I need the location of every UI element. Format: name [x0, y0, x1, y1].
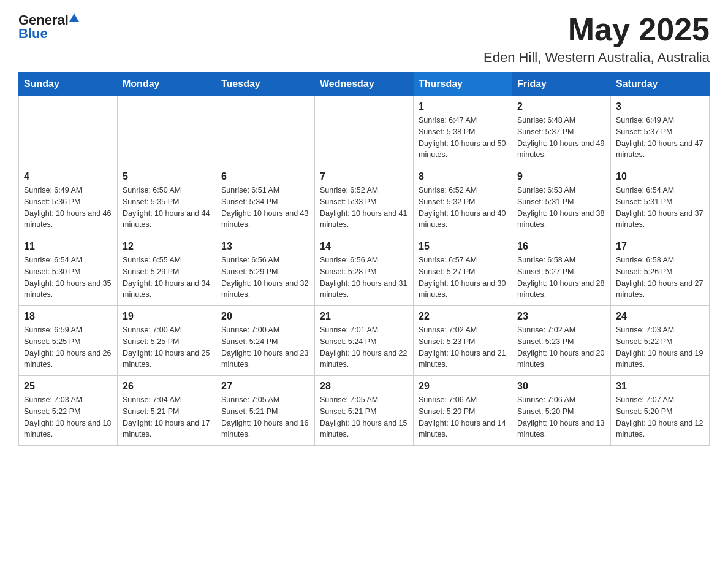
calendar-day-20: 20Sunrise: 7:00 AMSunset: 5:24 PMDayligh… — [216, 306, 315, 376]
day-info: Sunrise: 6:49 AMSunset: 5:36 PMDaylight:… — [24, 185, 112, 231]
calendar-day-30: 30Sunrise: 7:06 AMSunset: 5:20 PMDayligh… — [512, 376, 611, 446]
calendar-day-31: 31Sunrise: 7:07 AMSunset: 5:20 PMDayligh… — [611, 376, 710, 446]
day-number: 20 — [221, 311, 309, 322]
calendar-table: SundayMondayTuesdayWednesdayThursdayFrid… — [18, 72, 710, 446]
calendar-day-17: 17Sunrise: 6:58 AMSunset: 5:26 PMDayligh… — [611, 236, 710, 306]
day-number: 21 — [320, 311, 408, 322]
calendar-day-9: 9Sunrise: 6:53 AMSunset: 5:31 PMDaylight… — [512, 166, 611, 236]
day-info: Sunrise: 7:01 AMSunset: 5:24 PMDaylight:… — [320, 324, 408, 370]
day-number: 1 — [419, 101, 507, 112]
calendar-day-27: 27Sunrise: 7:05 AMSunset: 5:21 PMDayligh… — [216, 376, 315, 446]
calendar-header-saturday: Saturday — [611, 72, 710, 96]
calendar-week-row: 1Sunrise: 6:47 AMSunset: 5:38 PMDaylight… — [19, 96, 710, 166]
day-info: Sunrise: 6:54 AMSunset: 5:31 PMDaylight:… — [616, 185, 704, 231]
day-number: 27 — [221, 381, 309, 392]
day-info: Sunrise: 6:48 AMSunset: 5:37 PMDaylight:… — [517, 115, 605, 161]
calendar-day-28: 28Sunrise: 7:05 AMSunset: 5:21 PMDayligh… — [315, 376, 414, 446]
logo: General Blue — [18, 12, 80, 42]
day-number: 6 — [221, 171, 309, 182]
day-number: 22 — [419, 311, 507, 322]
day-info: Sunrise: 6:58 AMSunset: 5:26 PMDaylight:… — [616, 255, 704, 301]
day-info: Sunrise: 7:00 AMSunset: 5:25 PMDaylight:… — [123, 324, 211, 370]
calendar-day-1: 1Sunrise: 6:47 AMSunset: 5:38 PMDaylight… — [414, 96, 512, 166]
day-info: Sunrise: 6:57 AMSunset: 5:27 PMDaylight:… — [419, 255, 507, 301]
calendar-day-22: 22Sunrise: 7:02 AMSunset: 5:23 PMDayligh… — [414, 306, 512, 376]
day-info: Sunrise: 7:06 AMSunset: 5:20 PMDaylight:… — [517, 394, 605, 440]
location-title: Eden Hill, Western Australia, Australia — [483, 50, 710, 66]
calendar-week-row: 11Sunrise: 6:54 AMSunset: 5:30 PMDayligh… — [19, 236, 710, 306]
day-info: Sunrise: 6:52 AMSunset: 5:32 PMDaylight:… — [419, 185, 507, 231]
day-number: 13 — [221, 241, 309, 252]
day-info: Sunrise: 7:03 AMSunset: 5:22 PMDaylight:… — [24, 394, 112, 440]
day-number: 26 — [123, 381, 211, 392]
day-number: 9 — [517, 171, 605, 182]
day-info: Sunrise: 6:54 AMSunset: 5:30 PMDaylight:… — [24, 255, 112, 301]
day-number: 29 — [419, 381, 507, 392]
calendar-empty-cell — [118, 96, 216, 166]
title-section: May 2025 Eden Hill, Western Australia, A… — [483, 12, 710, 66]
calendar-day-4: 4Sunrise: 6:49 AMSunset: 5:36 PMDaylight… — [19, 166, 118, 236]
day-info: Sunrise: 7:02 AMSunset: 5:23 PMDaylight:… — [419, 324, 507, 370]
calendar-day-21: 21Sunrise: 7:01 AMSunset: 5:24 PMDayligh… — [315, 306, 414, 376]
calendar-day-18: 18Sunrise: 6:59 AMSunset: 5:25 PMDayligh… — [19, 306, 118, 376]
day-number: 31 — [616, 381, 704, 392]
day-info: Sunrise: 7:06 AMSunset: 5:20 PMDaylight:… — [419, 394, 507, 440]
calendar-day-25: 25Sunrise: 7:03 AMSunset: 5:22 PMDayligh… — [19, 376, 118, 446]
day-number: 5 — [123, 171, 211, 182]
svg-marker-0 — [69, 13, 79, 22]
calendar-header-sunday: Sunday — [19, 72, 118, 96]
calendar-day-15: 15Sunrise: 6:57 AMSunset: 5:27 PMDayligh… — [414, 236, 512, 306]
day-number: 17 — [616, 241, 704, 252]
day-info: Sunrise: 6:59 AMSunset: 5:25 PMDaylight:… — [24, 324, 112, 370]
day-info: Sunrise: 6:55 AMSunset: 5:29 PMDaylight:… — [123, 255, 211, 301]
logo-triangle-icon — [69, 12, 80, 23]
calendar-week-row: 18Sunrise: 6:59 AMSunset: 5:25 PMDayligh… — [19, 306, 710, 376]
day-number: 12 — [123, 241, 211, 252]
day-info: Sunrise: 6:58 AMSunset: 5:27 PMDaylight:… — [517, 255, 605, 301]
day-number: 15 — [419, 241, 507, 252]
day-number: 18 — [24, 311, 112, 322]
day-number: 7 — [320, 171, 408, 182]
calendar-day-10: 10Sunrise: 6:54 AMSunset: 5:31 PMDayligh… — [611, 166, 710, 236]
day-info: Sunrise: 7:00 AMSunset: 5:24 PMDaylight:… — [221, 324, 309, 370]
day-info: Sunrise: 6:53 AMSunset: 5:31 PMDaylight:… — [517, 185, 605, 231]
day-info: Sunrise: 6:49 AMSunset: 5:37 PMDaylight:… — [616, 115, 704, 161]
calendar-day-26: 26Sunrise: 7:04 AMSunset: 5:21 PMDayligh… — [118, 376, 216, 446]
calendar-day-12: 12Sunrise: 6:55 AMSunset: 5:29 PMDayligh… — [118, 236, 216, 306]
day-number: 25 — [24, 381, 112, 392]
day-info: Sunrise: 7:05 AMSunset: 5:21 PMDaylight:… — [221, 394, 309, 440]
calendar-day-3: 3Sunrise: 6:49 AMSunset: 5:37 PMDaylight… — [611, 96, 710, 166]
day-info: Sunrise: 7:03 AMSunset: 5:22 PMDaylight:… — [616, 324, 704, 370]
page-header: General Blue May 2025 Eden Hill, Western… — [18, 12, 710, 66]
day-info: Sunrise: 6:47 AMSunset: 5:38 PMDaylight:… — [419, 115, 507, 161]
day-number: 23 — [517, 311, 605, 322]
calendar-day-19: 19Sunrise: 7:00 AMSunset: 5:25 PMDayligh… — [118, 306, 216, 376]
calendar-empty-cell — [19, 96, 118, 166]
calendar-week-row: 4Sunrise: 6:49 AMSunset: 5:36 PMDaylight… — [19, 166, 710, 236]
calendar-header-monday: Monday — [118, 72, 216, 96]
day-info: Sunrise: 7:05 AMSunset: 5:21 PMDaylight:… — [320, 394, 408, 440]
day-info: Sunrise: 7:02 AMSunset: 5:23 PMDaylight:… — [517, 324, 605, 370]
calendar-header-thursday: Thursday — [414, 72, 512, 96]
calendar-day-29: 29Sunrise: 7:06 AMSunset: 5:20 PMDayligh… — [414, 376, 512, 446]
day-number: 24 — [616, 311, 704, 322]
calendar-empty-cell — [216, 96, 315, 166]
day-number: 2 — [517, 101, 605, 112]
day-info: Sunrise: 6:56 AMSunset: 5:28 PMDaylight:… — [320, 255, 408, 301]
calendar-day-14: 14Sunrise: 6:56 AMSunset: 5:28 PMDayligh… — [315, 236, 414, 306]
calendar-day-5: 5Sunrise: 6:50 AMSunset: 5:35 PMDaylight… — [118, 166, 216, 236]
calendar-day-11: 11Sunrise: 6:54 AMSunset: 5:30 PMDayligh… — [19, 236, 118, 306]
day-info: Sunrise: 6:56 AMSunset: 5:29 PMDaylight:… — [221, 255, 309, 301]
calendar-day-13: 13Sunrise: 6:56 AMSunset: 5:29 PMDayligh… — [216, 236, 315, 306]
month-title: May 2025 — [483, 12, 710, 47]
day-number: 3 — [616, 101, 704, 112]
calendar-day-7: 7Sunrise: 6:52 AMSunset: 5:33 PMDaylight… — [315, 166, 414, 236]
day-number: 10 — [616, 171, 704, 182]
calendar-day-23: 23Sunrise: 7:02 AMSunset: 5:23 PMDayligh… — [512, 306, 611, 376]
calendar-header-wednesday: Wednesday — [315, 72, 414, 96]
day-number: 30 — [517, 381, 605, 392]
logo-blue-text: Blue — [18, 26, 48, 41]
calendar-week-row: 25Sunrise: 7:03 AMSunset: 5:22 PMDayligh… — [19, 376, 710, 446]
day-number: 28 — [320, 381, 408, 392]
calendar-header-friday: Friday — [512, 72, 611, 96]
